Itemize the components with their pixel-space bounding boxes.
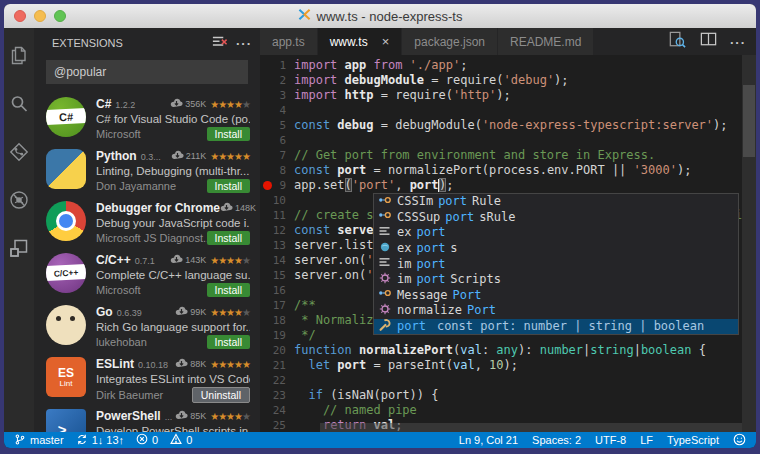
tab-www.ts[interactable]: www.ts×: [318, 28, 403, 55]
keyword-kind-icon: [378, 225, 392, 241]
line-number: 15: [260, 268, 286, 283]
zoom-window-button[interactable]: [54, 10, 66, 22]
extension-name: C/C++: [96, 253, 131, 267]
intellisense-popup: CSSImportRuleCSSSupportsRuleexportexport…: [373, 193, 739, 335]
sidebar-more-actions-icon[interactable]: ···: [236, 37, 252, 50]
activity-item-search[interactable]: [4, 82, 34, 130]
tab-package.json[interactable]: package.json: [402, 28, 498, 55]
vertical-scrollbar-thumb[interactable]: [743, 85, 755, 157]
uninstall-button[interactable]: Uninstall: [192, 387, 250, 403]
activity-item-source-control[interactable]: [4, 130, 34, 178]
install-button[interactable]: Install: [207, 283, 250, 297]
suggestion-importScripts[interactable]: importScripts: [374, 272, 738, 288]
suggestion-export[interactable]: export: [374, 225, 738, 241]
install-button[interactable]: Install: [207, 179, 250, 193]
status-sync[interactable]: 1↓ 13↑: [76, 433, 124, 448]
code-token: // Get port from environment and store i…: [294, 148, 655, 162]
git-icon: [8, 141, 30, 167]
star-icon: ★: [226, 255, 234, 266]
suggestion-label: im: [397, 257, 411, 272]
install-button[interactable]: Install: [207, 335, 250, 349]
extension-row[interactable]: Python0.3...211K★★★★★Linting, Debugging …: [34, 144, 260, 196]
logo-text: ES: [58, 367, 74, 379]
suggestion-label: Scripts: [450, 272, 501, 287]
tab-label: package.json: [414, 35, 485, 49]
install-button[interactable]: Install: [207, 231, 250, 245]
line-text: /**: [286, 298, 316, 313]
code-token: = debugModule(: [381, 118, 482, 132]
preview-icon[interactable]: [667, 30, 687, 54]
line-text: // Get port from environment and store i…: [286, 148, 655, 163]
extension-row[interactable]: Go0.6.3999K★★★★★Rich Go language support…: [34, 300, 260, 352]
status-language-mode[interactable]: TypeScript: [667, 434, 719, 446]
code-token: port: [410, 178, 439, 192]
extension-meta-row: Microsoft JS Diagnost...Install: [96, 231, 250, 245]
code-line: 24 // named pipe: [260, 403, 742, 418]
breakpoint-dot[interactable]: [263, 181, 272, 190]
suggestion-CSSImportRule[interactable]: CSSImportRule: [374, 194, 738, 210]
suggestion-MessagePort[interactable]: MessagePort: [374, 288, 738, 304]
extension-downloads: 211K: [171, 150, 206, 162]
sync-icon: [76, 433, 88, 448]
status-warnings[interactable]: 0: [170, 433, 192, 447]
close-tab-icon[interactable]: ×: [382, 34, 390, 49]
split-icon[interactable]: [699, 30, 718, 53]
line-number: 21: [260, 358, 286, 373]
code-line: 5const debug = debugModule('node-express…: [260, 118, 742, 133]
tab-README.md[interactable]: README.md: [498, 28, 594, 55]
activity-item-extensions[interactable]: [4, 226, 34, 274]
code-token: val: [460, 343, 482, 357]
extension-description: Linting, Debugging (multi-thr...: [96, 165, 250, 177]
extension-name: Go: [96, 305, 113, 319]
close-window-button[interactable]: [14, 10, 26, 22]
suggestion-detail: const port: number | string | boolean: [437, 319, 704, 334]
install-button[interactable]: Install: [207, 127, 250, 141]
star-icon: ★: [226, 99, 234, 110]
minimize-window-button[interactable]: [34, 10, 46, 22]
code-line: 9app.set('port', port);: [260, 178, 742, 193]
code-editor[interactable]: 1import app from './app';2import debugMo…: [260, 55, 756, 432]
status-feedback[interactable]: [733, 433, 746, 448]
status-git-branch[interactable]: master: [14, 433, 64, 448]
code-token: number: [540, 343, 583, 357]
extension-row[interactable]: Debugger for Chrome148KDebug your JavaSc…: [34, 196, 260, 248]
status-encoding[interactable]: UTF-8: [595, 434, 626, 446]
ellipsis-icon[interactable]: ···: [730, 33, 746, 51]
code-token: );: [504, 358, 518, 372]
code-token: */: [294, 328, 316, 342]
download-count: 85K: [190, 411, 206, 421]
extension-row[interactable]: C#C#1.2.2356K★★★★★C# for Visual Studio C…: [34, 92, 260, 144]
suggestion-label: Rule: [472, 194, 501, 209]
code-token: server.on(: [294, 253, 366, 267]
suggestion-CSSSupportsRule[interactable]: CSSSupportsRule: [374, 210, 738, 226]
status-indentation[interactable]: Spaces: 2: [532, 434, 581, 446]
star-icon: ★: [234, 359, 242, 370]
star-icon: ★: [234, 255, 242, 266]
code-token: debug: [337, 118, 380, 132]
code-token: const: [294, 118, 337, 132]
activity-item-explorer[interactable]: [4, 34, 34, 82]
suggestion-import[interactable]: import: [374, 256, 738, 272]
line-number: 4: [260, 103, 286, 118]
suggestion-normalizePort[interactable]: normalizePort: [374, 303, 738, 319]
suggestion-port[interactable]: portconst port: number | string | boolea…: [374, 319, 738, 335]
clear-extensions-input-icon[interactable]: [211, 34, 228, 53]
suggestion-exports[interactable]: exports: [374, 241, 738, 257]
extension-row[interactable]: C/C++C/C++0.7.1143K★★★★★Complete C/C++ l…: [34, 248, 260, 300]
vertical-scrollbar[interactable]: [742, 55, 756, 432]
status-eol[interactable]: LF: [640, 434, 653, 446]
extension-info: Go0.6.3999K★★★★★Rich Go language support…: [96, 305, 250, 352]
extensions-search-input[interactable]: [46, 60, 248, 84]
horizontal-scrollbar[interactable]: [320, 423, 742, 432]
status-cursor-position[interactable]: Ln 9, Col 21: [459, 434, 518, 446]
star-icon: ★: [242, 99, 250, 110]
star-icon: ★: [218, 307, 226, 318]
status-errors[interactable]: 0: [136, 433, 158, 447]
activity-item-debug[interactable]: [4, 178, 34, 226]
extension-row[interactable]: ESLintESLint0.10.1888K★★★★★Integrates ES…: [34, 352, 260, 404]
tab-label: app.ts: [272, 35, 305, 49]
line-text: import debugModule = require('debug');: [286, 73, 569, 88]
extension-row[interactable]: >_PowerShell...85K★★★★★Develop PowerShel…: [34, 404, 260, 432]
star-icon: ★: [234, 307, 242, 318]
tab-app.ts[interactable]: app.ts: [260, 28, 318, 55]
